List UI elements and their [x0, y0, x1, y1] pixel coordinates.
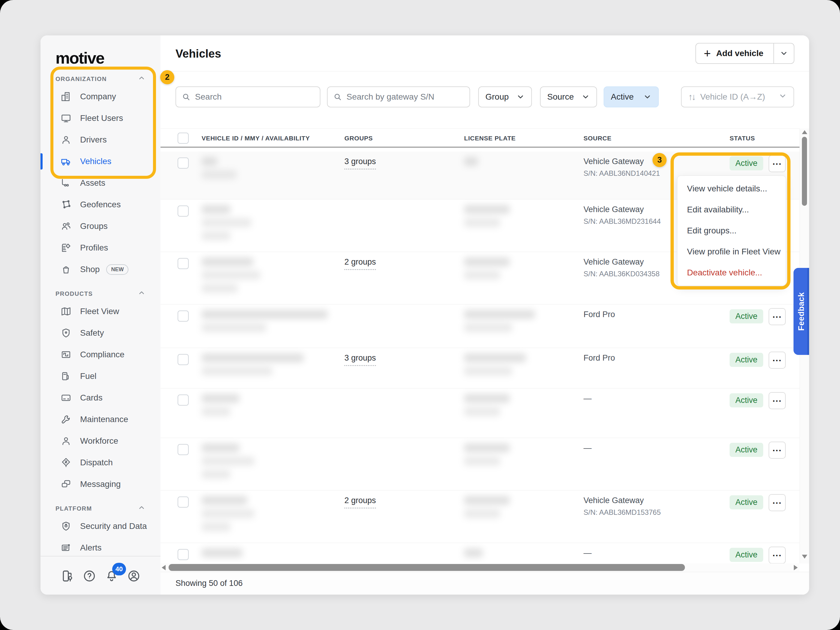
- callout-step-2-badge: 2: [160, 70, 174, 84]
- table-row[interactable]: 3 groupsFord ProActive...: [161, 348, 799, 388]
- bell-icon[interactable]: 40: [104, 569, 119, 583]
- source-cell: —: [584, 394, 592, 403]
- menu-item-edit-availability[interactable]: Edit availability...: [677, 199, 786, 220]
- row-checkbox[interactable]: [178, 258, 189, 269]
- shop-icon: [60, 264, 72, 275]
- chevron-down-icon: [516, 93, 525, 101]
- sidebar-item-alerts[interactable]: Alerts: [41, 537, 161, 559]
- account-icon[interactable]: [126, 569, 141, 583]
- row-actions-button[interactable]: ...: [769, 442, 786, 459]
- vertical-scrollbar-thumb[interactable]: [802, 137, 807, 206]
- redacted-text: [202, 157, 217, 166]
- sidebar-section-header-products[interactable]: PRODUCTS: [55, 287, 145, 301]
- messaging-icon: [60, 478, 72, 490]
- menu-item-deactivate-vehicle[interactable]: Deactivate vehicle...: [677, 262, 786, 283]
- sort-dropdown[interactable]: ↑↓ Vehicle ID (A→Z): [681, 87, 794, 107]
- row-checkbox[interactable]: [178, 205, 189, 216]
- feedback-tab[interactable]: Feedback: [794, 268, 809, 355]
- row-actions-button[interactable]: ...: [769, 155, 786, 172]
- help-icon[interactable]: [82, 569, 96, 583]
- scroll-down-arrow[interactable]: [802, 555, 807, 559]
- notification-count-badge[interactable]: 40: [112, 563, 126, 575]
- search-icon: [333, 92, 342, 101]
- alerts-icon: [60, 542, 72, 554]
- search-input[interactable]: [195, 92, 314, 102]
- row-checkbox[interactable]: [178, 444, 189, 455]
- scroll-up-arrow[interactable]: [802, 130, 807, 134]
- row-checkbox[interactable]: [178, 549, 189, 560]
- license-plate-cell: [464, 548, 554, 562]
- sidebar-item-dispatch[interactable]: Dispatch: [41, 452, 161, 474]
- row-checkbox[interactable]: [178, 496, 189, 508]
- sidebar-item-compliance[interactable]: Compliance: [41, 344, 161, 365]
- select-all-checkbox[interactable]: [178, 133, 189, 144]
- sidebar-item-messaging[interactable]: Messaging: [41, 474, 161, 495]
- row-actions-button[interactable]: ...: [769, 546, 786, 564]
- feedback-label: Feedback: [797, 292, 806, 331]
- table-row[interactable]: —Active...: [161, 543, 799, 564]
- sidebar-item-shop[interactable]: ShopNEW: [41, 259, 161, 280]
- groups-link[interactable]: 2 groups: [344, 257, 376, 270]
- row-checkbox[interactable]: [178, 395, 189, 406]
- assets-icon: [60, 177, 72, 189]
- horizontal-scrollbar[interactable]: [161, 564, 799, 572]
- row-checkbox[interactable]: [178, 354, 189, 365]
- redacted-text: [202, 407, 231, 416]
- sidebar-item-geofences[interactable]: Geofences: [41, 194, 161, 215]
- sidebar-section-header-platform[interactable]: PLATFORM: [55, 502, 145, 515]
- scroll-left-arrow[interactable]: [162, 565, 166, 570]
- redacted-text: [464, 407, 500, 416]
- sidebar-item-safety[interactable]: Safety: [41, 322, 161, 344]
- guide-icon[interactable]: [60, 569, 74, 583]
- scroll-right-arrow[interactable]: [794, 565, 798, 570]
- sidebar-item-workforce[interactable]: Workforce: [41, 430, 161, 452]
- license-plate-cell: [464, 394, 554, 420]
- redacted-text: [202, 394, 239, 403]
- sidebar-item-fleet-view[interactable]: Fleet View: [41, 301, 161, 322]
- gateway-search-input[interactable]: [346, 92, 464, 102]
- redacted-text: [464, 218, 500, 227]
- table-row[interactable]: Ford ProActive...: [161, 305, 799, 348]
- sidebar-section-header-organization[interactable]: ORGANIZATION: [55, 72, 145, 86]
- row-actions-button[interactable]: ...: [769, 392, 786, 409]
- source-cell: Vehicle GatewayS/N: AABL36MD153765: [584, 496, 661, 516]
- menu-item-view-vehicle-details[interactable]: View vehicle details...: [677, 178, 786, 199]
- groups-link[interactable]: 2 groups: [344, 496, 376, 508]
- row-actions-button[interactable]: ...: [769, 308, 786, 325]
- sidebar-item-drivers[interactable]: Drivers: [41, 129, 161, 151]
- menu-item-edit-groups[interactable]: Edit groups...: [677, 220, 786, 241]
- chevron-up-icon: [138, 74, 145, 84]
- row-checkbox[interactable]: [178, 158, 189, 169]
- add-vehicle-button[interactable]: + Add vehicle: [695, 43, 794, 64]
- sidebar-item-fuel[interactable]: Fuel: [41, 365, 161, 387]
- sidebar: motive ORGANIZATIONCompanyFleet UsersDri…: [41, 35, 161, 595]
- redacted-text: [202, 323, 267, 332]
- sidebar-item-assets[interactable]: Assets: [41, 172, 161, 194]
- groups-link[interactable]: 3 groups: [344, 157, 376, 169]
- column-header-groups: GROUPS: [344, 135, 373, 142]
- status-filter-dropdown[interactable]: Active: [603, 87, 659, 107]
- sidebar-item-vehicles[interactable]: Vehicles: [41, 151, 161, 172]
- source-filter-dropdown[interactable]: Source: [540, 87, 597, 107]
- sidebar-item-fleet-users[interactable]: Fleet Users: [41, 107, 161, 129]
- license-plate-cell: [464, 257, 554, 284]
- row-actions-button[interactable]: ...: [769, 494, 786, 511]
- table-row[interactable]: 2 groupsVehicle GatewayS/N: AABL36MD1537…: [161, 491, 799, 543]
- row-checkbox[interactable]: [178, 311, 189, 322]
- row-actions-button[interactable]: ...: [769, 352, 786, 369]
- sidebar-item-profiles[interactable]: Profiles: [41, 237, 161, 259]
- sidebar-item-company[interactable]: Company: [41, 86, 161, 107]
- dispatch-icon: [60, 457, 72, 468]
- group-filter-dropdown[interactable]: Group: [478, 87, 532, 107]
- table-row[interactable]: —Active...: [161, 438, 799, 491]
- groups-link[interactable]: 3 groups: [344, 354, 376, 366]
- chevron-down-icon[interactable]: [774, 49, 794, 58]
- menu-item-view-profile-in-fleet-view[interactable]: View profile in Fleet View: [677, 241, 786, 262]
- table-row[interactable]: —Active...: [161, 388, 799, 438]
- sidebar-item-security-and-data[interactable]: Security and Data: [41, 515, 161, 537]
- status-badge: Active: [729, 495, 763, 509]
- horizontal-scrollbar-thumb[interactable]: [169, 564, 685, 571]
- sidebar-item-maintenance[interactable]: Maintenance: [41, 409, 161, 430]
- sidebar-item-cards[interactable]: Cards: [41, 387, 161, 409]
- sidebar-item-groups[interactable]: Groups: [41, 215, 161, 237]
